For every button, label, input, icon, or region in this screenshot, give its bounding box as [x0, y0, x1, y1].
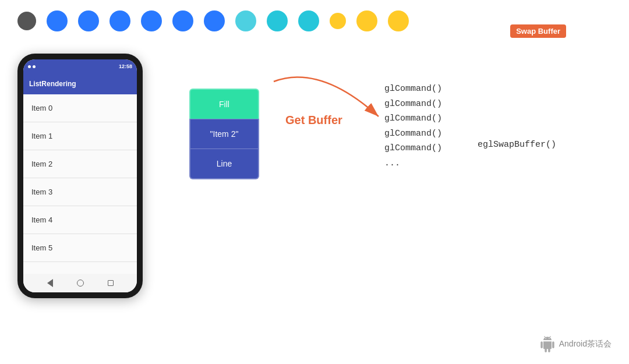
gl-commands: glCommand()glCommand()glCommand()glComma…	[384, 82, 442, 171]
phone-list: Item 0Item 1Item 2Item 3Item 4Item 5	[23, 94, 137, 274]
gl-command-3: glCommand()	[384, 126, 442, 142]
android-watermark: Android茶话会	[539, 336, 612, 352]
dot-12	[388, 10, 409, 31]
dot-3	[109, 10, 130, 31]
status-icons	[28, 65, 36, 68]
dot-9	[298, 10, 319, 31]
phone-list-item-4: Item 4	[23, 206, 137, 234]
phone-list-item-5: Item 5	[23, 234, 137, 262]
recents-button-icon	[108, 280, 114, 286]
watermark-text: Android茶话会	[559, 339, 612, 349]
dot-11	[356, 10, 377, 31]
gl-command-1: glCommand()	[384, 97, 442, 112]
dot-8	[267, 10, 288, 31]
egl-swap-label: eglSwapBuffer()	[478, 140, 556, 150]
phone-list-item-1: Item 1	[23, 122, 137, 150]
dot-10	[330, 13, 346, 29]
buffer-item2-box: "Item 2"	[189, 119, 259, 149]
dot-7	[235, 10, 256, 31]
phone-list-item-3: Item 3	[23, 178, 137, 206]
dot-1	[47, 10, 68, 31]
dot-2	[78, 10, 99, 31]
phone-app-title: ListRendering	[29, 80, 76, 88]
buffer-line-box: Line	[189, 149, 259, 179]
buffer-fill-box: Fill	[189, 89, 259, 119]
gl-command-5: ...	[384, 156, 442, 171]
home-button-icon	[77, 280, 84, 287]
phone-list-item-2: Item 2	[23, 150, 137, 178]
phone-status-bar: 12:58	[23, 59, 137, 73]
gl-command-2: glCommand()	[384, 111, 442, 126]
dot-5	[172, 10, 193, 31]
dot-0	[17, 12, 36, 30]
back-button-icon	[47, 279, 53, 287]
get-buffer-label: Get Buffer	[285, 114, 342, 127]
phone-screen: 12:58 ListRendering Item 0Item 1Item 2It…	[23, 59, 137, 292]
phone-time: 12:58	[119, 63, 132, 69]
android-icon	[539, 336, 556, 352]
swap-buffer-label: Swap Buffer	[510, 24, 566, 38]
dot-4	[141, 10, 162, 31]
phone-home-bar	[23, 274, 137, 292]
phone-mockup: 12:58 ListRendering Item 0Item 1Item 2It…	[17, 54, 143, 298]
gl-command-4: glCommand()	[384, 141, 442, 156]
dot-6	[204, 10, 225, 31]
phone-list-item-0: Item 0	[23, 94, 137, 122]
main-content: 12:58 ListRendering Item 0Item 1Item 2It…	[0, 42, 629, 310]
gl-command-0: glCommand()	[384, 82, 442, 97]
buffer-area: Fill "Item 2" Line	[189, 89, 259, 179]
phone-app-bar: ListRendering	[23, 73, 137, 94]
